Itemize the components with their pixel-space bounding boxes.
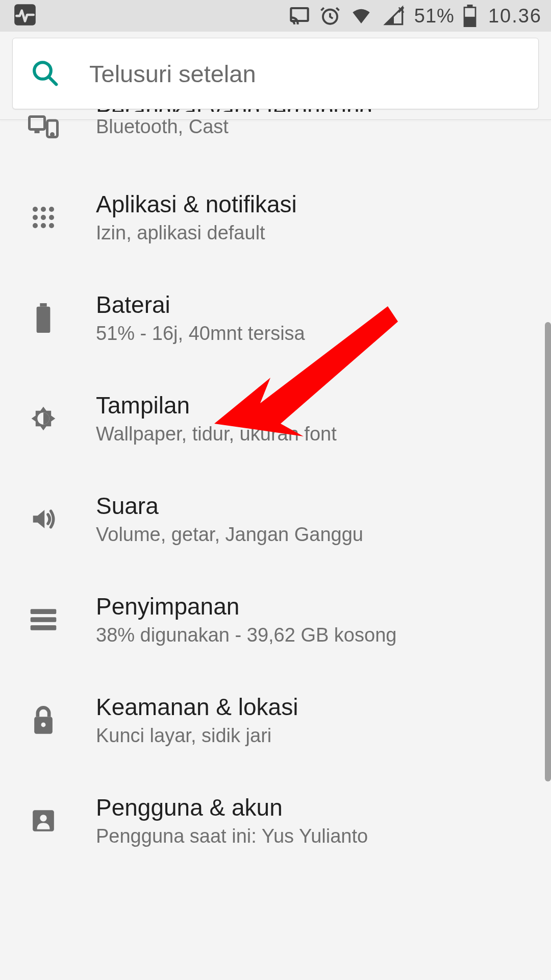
setting-texts: Aplikasi & notifikasi Izin, aplikasi def… bbox=[96, 190, 297, 244]
battery-icon bbox=[26, 300, 61, 336]
svg-rect-26 bbox=[31, 625, 57, 630]
setting-title: Suara bbox=[96, 492, 363, 520]
setting-item-security[interactable]: Keamanan & lokasi Kunci layar, sidik jar… bbox=[0, 670, 551, 770]
cast-icon bbox=[288, 6, 311, 26]
settings-list: Perangkat yang terhubung Bluetooth, Cast… bbox=[0, 108, 551, 871]
svg-point-28 bbox=[41, 722, 46, 727]
svg-point-17 bbox=[49, 215, 54, 220]
status-time: 10.36 bbox=[488, 5, 542, 27]
devices-icon bbox=[26, 108, 61, 143]
svg-rect-9 bbox=[30, 117, 45, 130]
svg-line-8 bbox=[49, 77, 56, 84]
setting-subtitle: Volume, getar, Jangan Ganggu bbox=[96, 524, 363, 546]
setting-item-apps[interactable]: Aplikasi & notifikasi Izin, aplikasi def… bbox=[0, 167, 551, 267]
setting-title: Pengguna & akun bbox=[96, 794, 368, 821]
status-left bbox=[12, 2, 38, 30]
scrollbar-thumb[interactable] bbox=[545, 322, 551, 781]
svg-text:✕: ✕ bbox=[397, 6, 405, 15]
svg-rect-24 bbox=[31, 609, 57, 614]
setting-texts: Pengguna & akun Pengguna saat ini: Yus Y… bbox=[96, 794, 368, 847]
display-icon bbox=[26, 401, 61, 436]
battery-icon bbox=[463, 5, 477, 27]
setting-item-users[interactable]: Pengguna & akun Pengguna saat ini: Yus Y… bbox=[0, 770, 551, 871]
setting-texts: Penyimpanan 38% digunakan - 39,62 GB kos… bbox=[96, 593, 396, 646]
setting-title: Tampilan bbox=[96, 391, 337, 419]
svg-point-30 bbox=[40, 815, 46, 821]
setting-item-sound[interactable]: Suara Volume, getar, Jangan Ganggu bbox=[0, 469, 551, 569]
svg-point-20 bbox=[49, 223, 54, 228]
setting-item-devices[interactable]: Perangkat yang terhubung Bluetooth, Cast bbox=[0, 108, 551, 167]
setting-subtitle: 51% - 16j, 40mnt tersisa bbox=[96, 323, 305, 345]
svg-point-16 bbox=[41, 215, 46, 220]
svg-rect-21 bbox=[40, 303, 46, 307]
setting-item-battery[interactable]: Baterai 51% - 16j, 40mnt tersisa bbox=[0, 267, 551, 368]
battery-percent-text: 51% bbox=[414, 5, 455, 27]
apps-icon bbox=[26, 200, 61, 235]
setting-title: Baterai bbox=[96, 291, 305, 318]
svg-point-12 bbox=[33, 207, 38, 212]
signal-icon: ✕ bbox=[382, 6, 406, 26]
status-right: ✕ 51% 10.36 bbox=[288, 5, 542, 27]
status-bar: ✕ 51% 10.36 bbox=[0, 0, 551, 32]
svg-point-11 bbox=[52, 134, 54, 136]
setting-subtitle: Kunci layar, sidik jari bbox=[96, 725, 298, 747]
search-settings-input[interactable]: Telusuri setelan bbox=[12, 38, 539, 109]
search-placeholder: Telusuri setelan bbox=[89, 60, 256, 88]
setting-item-storage[interactable]: Penyimpanan 38% digunakan - 39,62 GB kos… bbox=[0, 569, 551, 670]
setting-subtitle: Bluetooth, Cast bbox=[96, 116, 372, 138]
activity-icon bbox=[12, 2, 38, 30]
storage-icon bbox=[26, 602, 61, 638]
alarm-icon bbox=[319, 5, 341, 27]
setting-texts: Keamanan & lokasi Kunci layar, sidik jar… bbox=[96, 693, 298, 747]
svg-point-19 bbox=[41, 223, 46, 228]
setting-subtitle: Pengguna saat ini: Yus Yulianto bbox=[96, 825, 368, 847]
svg-rect-1 bbox=[291, 8, 308, 21]
setting-texts: Baterai 51% - 16j, 40mnt tersisa bbox=[96, 291, 305, 345]
setting-item-display[interactable]: Tampilan Wallpaper, tidur, ukuran font bbox=[0, 368, 551, 469]
setting-subtitle: Wallpaper, tidur, ukuran font bbox=[96, 423, 337, 445]
svg-point-18 bbox=[33, 223, 38, 228]
search-icon bbox=[30, 58, 59, 89]
svg-rect-25 bbox=[31, 617, 57, 622]
svg-point-15 bbox=[33, 215, 38, 220]
user-icon bbox=[26, 803, 61, 839]
setting-title: Aplikasi & notifikasi bbox=[96, 190, 297, 218]
setting-subtitle: Izin, aplikasi default bbox=[96, 222, 297, 244]
setting-subtitle: 38% digunakan - 39,62 GB kosong bbox=[96, 624, 396, 646]
svg-point-14 bbox=[49, 207, 54, 212]
lock-icon bbox=[26, 702, 61, 738]
setting-title: Penyimpanan bbox=[96, 593, 396, 620]
wifi-icon bbox=[349, 6, 373, 26]
setting-texts: Tampilan Wallpaper, tidur, ukuran font bbox=[96, 391, 337, 445]
setting-texts: Suara Volume, getar, Jangan Ganggu bbox=[96, 492, 363, 546]
sound-icon bbox=[26, 501, 61, 537]
setting-texts: Perangkat yang terhubung Bluetooth, Cast bbox=[96, 114, 372, 138]
svg-point-13 bbox=[41, 207, 46, 212]
svg-rect-6 bbox=[464, 17, 475, 27]
svg-rect-22 bbox=[37, 306, 51, 332]
setting-title: Keamanan & lokasi bbox=[96, 693, 298, 721]
